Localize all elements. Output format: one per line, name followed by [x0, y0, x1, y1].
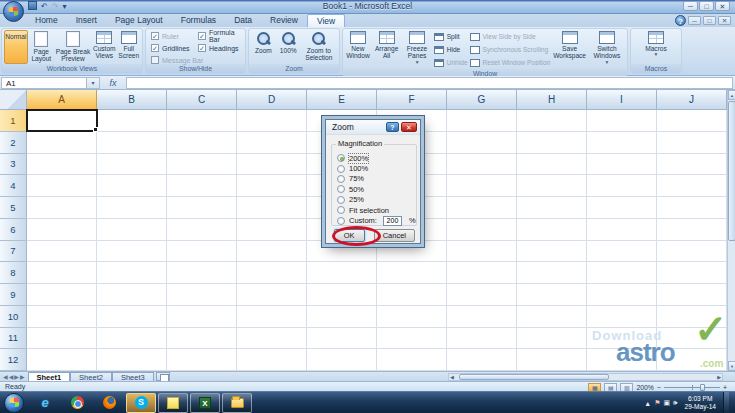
tab-review[interactable]: Review [261, 14, 307, 27]
zoom-level[interactable]: 200% [636, 384, 653, 391]
button-custom-views[interactable]: Custom Views [92, 30, 116, 64]
name-box-dropdown[interactable]: ▾ [87, 77, 100, 89]
cell-G9[interactable] [447, 284, 517, 306]
tab-insert[interactable]: Insert [67, 14, 106, 27]
cell-B9[interactable] [97, 284, 167, 306]
scroll-left-icon[interactable]: ◀ [450, 374, 454, 381]
show-desktop-button[interactable] [723, 392, 729, 413]
cell-H9[interactable] [517, 284, 587, 306]
tab-data[interactable]: Data [225, 14, 261, 27]
workbook-restore-button[interactable]: □ [703, 16, 716, 25]
tab-formulas[interactable]: Formulas [172, 14, 225, 27]
cell-I8[interactable] [587, 262, 657, 284]
cell-D7[interactable] [237, 241, 307, 263]
cell-G7[interactable] [447, 241, 517, 263]
cell-G10[interactable] [447, 306, 517, 328]
cell-D3[interactable] [237, 154, 307, 176]
row-header-11[interactable]: 11 [0, 328, 27, 350]
cell-G4[interactable] [447, 175, 517, 197]
cell-C5[interactable] [167, 197, 237, 219]
cell-H3[interactable] [517, 154, 587, 176]
tray-expand-icon[interactable]: ▲ [644, 400, 651, 407]
cell-I5[interactable] [587, 197, 657, 219]
cell-G11[interactable] [447, 328, 517, 350]
custom-zoom-input[interactable] [383, 216, 402, 226]
cell-D5[interactable] [237, 197, 307, 219]
button-page-break-preview[interactable]: Page Break Preview [55, 30, 91, 64]
button-freeze-panes[interactable]: Freeze Panes▾ [402, 30, 431, 69]
cell-B2[interactable] [97, 132, 167, 154]
tab-home[interactable]: Home [26, 14, 67, 27]
horizontal-scrollbar[interactable]: ◀ ▶ [448, 373, 723, 381]
dialog-title-bar[interactable]: Zoom ? ✕ [326, 120, 420, 135]
cell-H4[interactable] [517, 175, 587, 197]
button-unhide[interactable]: Unhide [434, 56, 468, 69]
cell-I4[interactable] [587, 175, 657, 197]
taskbar-clock[interactable]: 6:03 PM 29-May-14 [680, 395, 720, 411]
button-new-window[interactable]: New Window [345, 30, 371, 69]
cell-G2[interactable] [447, 132, 517, 154]
cell-D1[interactable] [237, 110, 307, 132]
office-button[interactable] [3, 1, 24, 22]
scroll-down-icon[interactable]: ▼ [728, 361, 735, 371]
taskbar-folder[interactable] [222, 393, 252, 413]
vertical-scrollbar[interactable]: ▲▼ [727, 90, 735, 371]
cell-J11[interactable] [657, 328, 727, 350]
cell-J12[interactable] [657, 349, 727, 371]
button-reset-window-position[interactable]: Reset Window Position [470, 56, 551, 69]
checkbox-formula-bar[interactable]: ✓Formula Bar [198, 30, 245, 42]
start-button[interactable] [4, 393, 24, 413]
cell-C7[interactable] [167, 241, 237, 263]
cell-B4[interactable] [97, 175, 167, 197]
column-header-H[interactable]: H [517, 90, 587, 110]
button-switch-windows[interactable]: Switch Windows▾ [589, 30, 625, 69]
row-header-2[interactable]: 2 [0, 132, 27, 154]
restore-button[interactable]: □ [699, 1, 714, 11]
cell-E9[interactable] [307, 284, 377, 306]
cell-C10[interactable] [167, 306, 237, 328]
column-header-B[interactable]: B [97, 90, 167, 110]
taskbar-firefox[interactable] [94, 393, 124, 413]
column-header-I[interactable]: I [587, 90, 657, 110]
button-macros[interactable]: Macros▾ [639, 30, 673, 64]
cell-B10[interactable] [97, 306, 167, 328]
name-box[interactable]: A1 [1, 77, 87, 89]
tray-volume-icon[interactable]: 🕪 [673, 399, 677, 407]
cell-H10[interactable] [517, 306, 587, 328]
row-header-12[interactable]: 12 [0, 349, 27, 371]
cell-D6[interactable] [237, 219, 307, 241]
cell-J9[interactable] [657, 284, 727, 306]
radio-200-percent[interactable]: 200% [337, 153, 416, 163]
zoom-in-button[interactable]: + [723, 384, 727, 391]
cell-A12[interactable] [27, 349, 97, 371]
button-page-layout[interactable]: Page Layout [29, 30, 54, 64]
cell-C4[interactable] [167, 175, 237, 197]
button-normal[interactable]: Normal [4, 30, 28, 64]
cell-E8[interactable] [307, 262, 377, 284]
dialog-help-button[interactable]: ? [386, 122, 399, 132]
scroll-up-icon[interactable]: ▲ [728, 90, 735, 100]
column-header-F[interactable]: F [377, 90, 447, 110]
cell-I1[interactable] [587, 110, 657, 132]
cell-I12[interactable] [587, 349, 657, 371]
button-100-percent[interactable]: 100% [277, 30, 300, 64]
column-header-G[interactable]: G [447, 90, 517, 110]
button-arrange-all[interactable]: Arrange All [373, 30, 401, 69]
insert-function-button[interactable]: fx [100, 78, 126, 88]
cell-A2[interactable] [27, 132, 97, 154]
cell-F12[interactable] [377, 349, 447, 371]
taskbar-skype[interactable]: S [126, 393, 156, 413]
close-button[interactable]: ✕ [715, 1, 730, 11]
select-all-corner[interactable] [0, 90, 27, 110]
cell-A6[interactable] [27, 219, 97, 241]
cell-F11[interactable] [377, 328, 447, 350]
cell-B12[interactable] [97, 349, 167, 371]
formula-input[interactable] [126, 77, 733, 89]
cell-G3[interactable] [447, 154, 517, 176]
cell-A3[interactable] [27, 154, 97, 176]
cell-E10[interactable] [307, 306, 377, 328]
cell-B11[interactable] [97, 328, 167, 350]
cell-J2[interactable] [657, 132, 727, 154]
tray-network-icon[interactable]: ▣ [663, 399, 670, 407]
cell-B6[interactable] [97, 219, 167, 241]
